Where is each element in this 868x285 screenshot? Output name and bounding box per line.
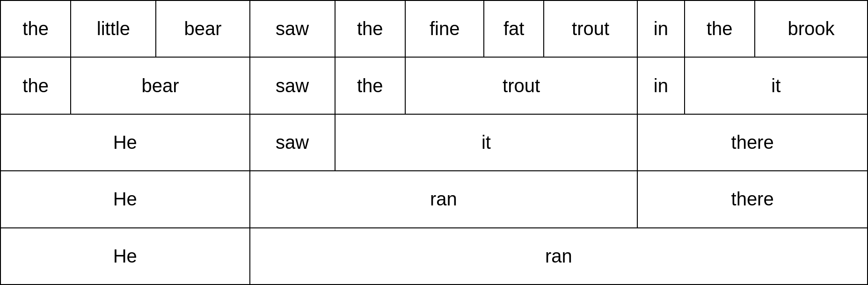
word-table: the little bear saw the fine fat trout i…: [0, 0, 868, 285]
cell-1-7: fat: [484, 0, 544, 57]
cell-3-2: saw: [250, 114, 335, 171]
main-container: the little bear saw the fine fat trout i…: [0, 0, 868, 285]
cell-2-4: the: [335, 57, 405, 114]
table-row: the bear saw the trout in it: [0, 57, 868, 114]
table-row: He ran there: [0, 171, 868, 227]
cell-3-3: it: [335, 114, 638, 171]
cell-1-8: trout: [544, 0, 637, 57]
cell-2-3: saw: [250, 57, 335, 114]
cell-1-5: the: [335, 0, 405, 57]
cell-1-1: the: [0, 0, 71, 57]
cell-2-6: in: [637, 57, 684, 114]
cell-2-1: the: [0, 57, 71, 114]
table-row: the little bear saw the fine fat trout i…: [0, 0, 868, 57]
cell-1-11: brook: [755, 0, 868, 57]
cell-1-9: in: [637, 0, 684, 57]
cell-3-1: He: [0, 114, 250, 171]
cell-4-1: He: [0, 171, 250, 227]
table-row: He ran: [0, 228, 868, 285]
cell-5-2: ran: [250, 228, 868, 285]
cell-4-3: there: [637, 171, 868, 227]
cell-1-10: the: [685, 0, 755, 57]
cell-1-2: little: [71, 0, 156, 57]
cell-2-5: trout: [405, 57, 637, 114]
cell-1-3: bear: [156, 0, 249, 57]
cell-3-4: there: [637, 114, 868, 171]
cell-2-2: bear: [71, 57, 249, 114]
table-row: He saw it there: [0, 114, 868, 171]
cell-5-1: He: [0, 228, 250, 285]
cell-1-6: fine: [405, 0, 484, 57]
cell-1-4: saw: [250, 0, 335, 57]
cell-2-7: it: [685, 57, 868, 114]
cell-4-2: ran: [250, 171, 638, 227]
